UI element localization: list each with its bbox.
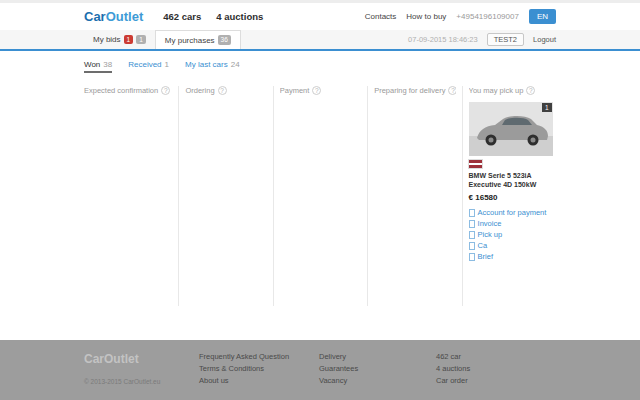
column-title: Ordering xyxy=(185,86,214,95)
help-icon[interactable]: ? xyxy=(312,86,321,95)
column-ordering: Ordering ? xyxy=(178,86,272,306)
car-price: € 16580 xyxy=(469,193,553,202)
column-title: You may pick up xyxy=(469,86,524,95)
footer-link-terms[interactable]: Terms & Conditions xyxy=(199,364,319,373)
car-card[interactable]: 1 BMW Serie 5 523iA Executive 4D 150kW €… xyxy=(469,102,553,262)
language-button[interactable]: EN xyxy=(529,9,556,24)
footer-copyright: © 2013-2015 CarOutlet.eu xyxy=(84,378,199,385)
footer-link-auctions[interactable]: 4 auctions xyxy=(436,364,470,373)
car-title[interactable]: BMW Serie 5 523iA Executive 4D 150kW xyxy=(469,171,553,189)
header-auctions-count[interactable]: 4 auctions xyxy=(216,11,263,22)
document-icon xyxy=(469,231,475,239)
link-label: Ca xyxy=(478,240,488,251)
footer-logo: CarOutlet xyxy=(84,352,199,366)
footer-link-car-order[interactable]: Car order xyxy=(436,376,470,385)
link-invoice[interactable]: Invoice xyxy=(469,218,553,229)
document-icon xyxy=(469,242,475,250)
logo-text-car: Car xyxy=(84,9,106,24)
tab-bar: My bids 1 1 My purchases 36 07-09-2015 1… xyxy=(0,30,640,51)
subtab-won-label: Won xyxy=(84,60,100,69)
logo-text-outlet: Outlet xyxy=(106,9,144,24)
subtab-received-label: Received xyxy=(128,60,161,69)
datetime-display: 07-09-2015 18:46:23 xyxy=(408,35,478,44)
footer-link-delivery[interactable]: Delivery xyxy=(319,352,436,361)
subtab-my-last-cars-count: 24 xyxy=(231,60,240,69)
country-flag-icon xyxy=(469,160,482,168)
footer-link-vacancy[interactable]: Vacancy xyxy=(319,376,436,385)
header-cars-count[interactable]: 462 cars xyxy=(163,11,201,22)
column-expected-confirmation: Expected confirmation ? xyxy=(84,86,178,306)
photo-count-badge: 1 xyxy=(542,103,552,112)
column-title: Preparing for delivery xyxy=(374,86,445,95)
main-content: Won 38 Received 1 My last cars 24 Expect… xyxy=(84,51,556,340)
nav-how-to-buy[interactable]: How to buy xyxy=(406,12,446,21)
footer-link-car-count[interactable]: 462 car xyxy=(436,352,470,361)
subtab-received[interactable]: Received 1 xyxy=(128,60,169,69)
help-icon[interactable]: ? xyxy=(448,86,455,95)
phone-number: +4954196109007 xyxy=(456,12,519,21)
tab-my-bids[interactable]: My bids 1 1 xyxy=(84,30,155,49)
link-label: Invoice xyxy=(478,218,502,229)
link-label: Brief xyxy=(478,251,493,262)
column-title: Expected confirmation xyxy=(84,86,158,95)
logout-link[interactable]: Logout xyxy=(533,35,556,44)
link-brief[interactable]: Brief xyxy=(469,251,553,262)
subtab-my-last-cars-label: My last cars xyxy=(185,60,228,69)
link-pick-up[interactable]: Pick up xyxy=(469,229,553,240)
tab-my-bids-label: My bids xyxy=(93,35,121,44)
car-photo[interactable]: 1 xyxy=(469,102,553,156)
my-bids-gray-badge: 1 xyxy=(136,35,146,45)
my-bids-red-badge: 1 xyxy=(124,35,134,45)
tab-my-purchases-label: My purchases xyxy=(165,36,215,45)
link-ca[interactable]: Ca xyxy=(469,240,553,251)
footer: CarOutlet © 2013-2015 CarOutlet.eu Frequ… xyxy=(0,340,640,400)
link-label: Pick up xyxy=(478,229,503,240)
column-preparing-for-delivery: Preparing for delivery ? xyxy=(367,86,461,306)
footer-link-guarantees[interactable]: Guarantees xyxy=(319,364,436,373)
subtabs: Won 38 Received 1 My last cars 24 xyxy=(84,60,556,73)
nav-contacts[interactable]: Contacts xyxy=(365,12,397,21)
subtab-won-count: 38 xyxy=(103,60,112,69)
column-title: Payment xyxy=(280,86,310,95)
subtab-my-last-cars[interactable]: My last cars 24 xyxy=(185,60,240,69)
header: CarOutlet 462 cars 4 auctions Contacts H… xyxy=(0,3,640,30)
help-icon[interactable]: ? xyxy=(161,86,170,95)
my-purchases-badge: 36 xyxy=(218,35,231,45)
document-icon xyxy=(469,220,475,228)
car-photo-image xyxy=(469,102,553,156)
user-button[interactable]: TEST2 xyxy=(487,33,524,46)
footer-link-about-us[interactable]: About us xyxy=(199,376,319,385)
document-icon xyxy=(469,253,475,261)
link-account-for-payment[interactable]: Account for payment xyxy=(469,207,553,218)
tab-my-purchases[interactable]: My purchases 36 xyxy=(155,30,241,49)
link-label: Account for payment xyxy=(478,207,547,218)
status-board: Expected confirmation ? Ordering ? Payme… xyxy=(84,86,556,306)
subtab-won[interactable]: Won 38 xyxy=(84,60,112,73)
column-payment: Payment ? xyxy=(273,86,367,306)
document-icon xyxy=(469,209,475,217)
help-icon[interactable]: ? xyxy=(218,86,227,95)
subtab-received-count: 1 xyxy=(165,60,169,69)
footer-link-faq[interactable]: Frequently Asked Question xyxy=(199,352,319,361)
column-you-may-pick-up: You may pick up ? 1 xyxy=(462,86,556,306)
logo[interactable]: CarOutlet xyxy=(84,9,143,24)
help-icon[interactable]: ? xyxy=(526,86,535,95)
